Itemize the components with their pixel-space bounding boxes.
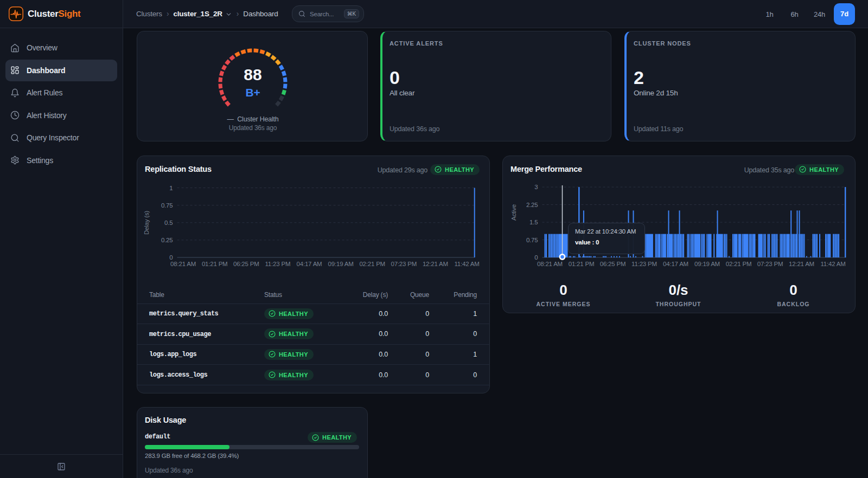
svg-text:08:21 AM: 08:21 AM (537, 261, 563, 267)
svg-text:06:25 PM: 06:25 PM (600, 261, 626, 267)
svg-text:12:21 AM: 12:21 AM (789, 261, 814, 267)
svg-text:12:21 AM: 12:21 AM (423, 261, 448, 267)
svg-text:11:23 PM: 11:23 PM (265, 261, 291, 267)
svg-text:11:42 AM: 11:42 AM (820, 261, 845, 267)
svg-text:0.75: 0.75 (526, 237, 538, 243)
svg-text:Active: Active (510, 204, 517, 221)
svg-text:08:21 AM: 08:21 AM (170, 261, 196, 267)
svg-text:0.25: 0.25 (161, 237, 173, 243)
svg-text:09:19 AM: 09:19 AM (694, 261, 720, 267)
svg-text:02:21 PM: 02:21 PM (359, 261, 385, 267)
svg-text:0: 0 (169, 254, 173, 261)
svg-text:0.75: 0.75 (161, 202, 173, 209)
svg-text:1: 1 (169, 185, 173, 191)
svg-text:11:23 PM: 11:23 PM (631, 261, 657, 267)
svg-text:07:23 PM: 07:23 PM (391, 261, 417, 267)
svg-text:2.25: 2.25 (526, 202, 538, 208)
svg-text:01:21 PM: 01:21 PM (202, 261, 228, 267)
svg-text:09:19 AM: 09:19 AM (328, 261, 354, 267)
svg-text:0.5: 0.5 (164, 219, 173, 226)
svg-text:01:21 PM: 01:21 PM (569, 261, 595, 267)
svg-text:06:25 PM: 06:25 PM (233, 261, 259, 267)
svg-text:3: 3 (534, 184, 538, 190)
svg-text:04:17 AM: 04:17 AM (663, 261, 688, 267)
svg-text:0: 0 (534, 254, 538, 261)
svg-text:11:42 AM: 11:42 AM (454, 261, 479, 267)
svg-text:04:17 AM: 04:17 AM (297, 261, 322, 267)
svg-text:Delay (s): Delay (s) (143, 211, 150, 235)
svg-text:02:21 PM: 02:21 PM (726, 261, 752, 267)
svg-text:1.5: 1.5 (529, 219, 538, 225)
svg-text:07:23 PM: 07:23 PM (757, 261, 783, 267)
